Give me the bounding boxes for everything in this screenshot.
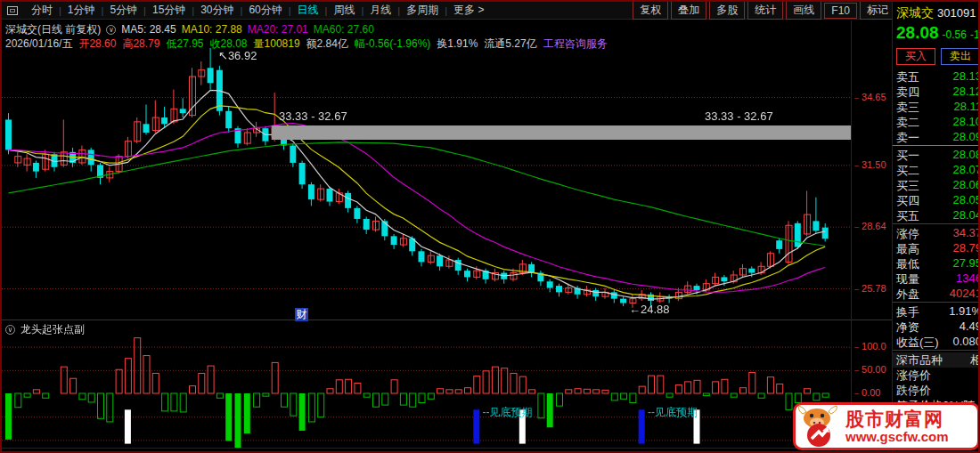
period-menu-item[interactable]: 更多 > [447, 3, 490, 18]
bid-row[interactable]: 买三28.06 [896, 178, 980, 193]
tool-menu-item[interactable]: 叠加 [671, 1, 706, 20]
ask-row[interactable]: 卖三28.11 [896, 100, 980, 115]
period-menu-item[interactable]: 15分钟 [146, 3, 192, 18]
ask-row-value: 28.12 [952, 85, 980, 100]
bottom-signal-label: --见底预期 [483, 405, 533, 420]
trade-buttons: 买入 卖出 [896, 48, 980, 65]
stat-row-value: 40241 [950, 287, 980, 302]
price-change: -0.56 [943, 28, 967, 41]
window-icon[interactable] [7, 6, 18, 15]
period-menu-item[interactable]: 月线 [363, 3, 397, 18]
stat-row[interactable]: 现量1346 [896, 271, 980, 287]
stat-row-label: 涨停价 [896, 368, 931, 383]
price-row: 28.08-0.56-1.96% [896, 23, 980, 43]
tool-menu-item[interactable]: 标记 [860, 1, 895, 20]
stat-row[interactable]: 换手1.91% [896, 304, 980, 320]
period-menu-item[interactable]: 日线 [291, 3, 325, 18]
chart-title: 深城交(日线 前复权) [5, 23, 101, 36]
indicator-chevron-icon[interactable]: ∨ [5, 325, 15, 335]
axis-divider [851, 20, 852, 449]
bid-row[interactable]: 买四28.05 [896, 193, 980, 208]
collapse-chevron-icon[interactable]: ∨ [106, 25, 116, 35]
ask-row-value: 28.11 [953, 100, 980, 115]
ask-row-label: 卖四 [896, 85, 919, 100]
bid-row-value: 28.08 [952, 148, 980, 163]
stat-row[interactable]: 净资4.49 [896, 320, 980, 335]
ask-row-value: 28.13 [952, 69, 980, 85]
tool-menu-item[interactable]: F10 [824, 3, 857, 19]
period-menu-item[interactable]: 周线 [327, 3, 361, 18]
ma-value: MA60: 27.60 [314, 23, 374, 36]
price-axis-label: 28.64 [854, 221, 892, 231]
tool-menu-item[interactable]: 统计 [747, 1, 783, 20]
stat-row-label: 现量 [896, 271, 919, 287]
stat-row-value: 1346 [956, 271, 980, 287]
band-range-annotation-2: 33.33 - 32.67 [705, 109, 773, 123]
sidebar-separator [893, 350, 980, 351]
chart-header-line1: 深城交(日线 前复权)∨MA5: 28.45MA10: 27.88MA20: 2… [5, 22, 385, 35]
bid-row[interactable]: 买二28.07 [896, 163, 980, 178]
logo-text: 股市财富网 www.gscfw.com [845, 409, 949, 444]
price-axis-label: 31.50 [854, 159, 892, 170]
stat-row-value: 相 [970, 352, 980, 368]
bid-row[interactable]: 买一28.08 [896, 148, 980, 163]
indicator-chart-canvas[interactable] [2, 336, 851, 449]
ask-row-label: 卖五 [896, 69, 919, 85]
band-range-annotation: 33.33 - 32.67 [279, 109, 347, 123]
stat-row-value: 34.37 [952, 226, 980, 241]
ask-row-label: 卖一 [896, 130, 919, 145]
bid-row-label: 买二 [896, 163, 919, 178]
stat-row[interactable]: 收益(三)0.080 [896, 335, 980, 350]
ask-row[interactable]: 卖四28.12 [896, 85, 980, 100]
stat-row-label: 最低 [896, 256, 919, 271]
stat-row-value: 0.080 [952, 335, 980, 350]
gscfw-logo[interactable]: 股市财富网 www.gscfw.com [793, 402, 980, 450]
bid-row[interactable]: 买五28.04 [896, 208, 980, 223]
quote-sidebar: 深城交301091R 28.08-0.56-1.96% 买入 卖出 卖五28.1… [893, 2, 980, 453]
bid-row-label: 买三 [896, 178, 919, 193]
stat-row[interactable]: 跌停价 [896, 383, 980, 398]
candlestick-chart-canvas[interactable] [2, 41, 851, 320]
stat-row[interactable]: 外盘40241 [896, 287, 980, 302]
sidebar-separator [893, 223, 980, 224]
period-menu-item[interactable]: 60分钟 [242, 3, 288, 18]
price-change-pct: -1.96% [970, 28, 980, 41]
indicator-axis-label: 50.00 [854, 364, 892, 375]
stock-header: 深城交301091R [896, 4, 980, 21]
sidebar-separator [893, 145, 980, 146]
stat-row-label: 换手 [896, 304, 919, 320]
indicator-title-text: 龙头起张点副 [20, 323, 85, 336]
ask-row[interactable]: 卖二28.10 [896, 115, 980, 130]
period-menu-item[interactable]: 1分钟 [61, 3, 102, 18]
stat-row[interactable]: 最高28.79 [896, 241, 980, 256]
ask-row[interactable]: 卖一28.09 [896, 130, 980, 145]
tool-menu-item[interactable]: 多股 [709, 1, 745, 20]
tool-menu-item[interactable]: 画线 [786, 1, 821, 20]
stat-row[interactable]: 涨停价 [896, 368, 980, 383]
sell-button[interactable]: 卖出 [941, 48, 980, 65]
price-axis-label: 25.78 [854, 283, 892, 294]
stat-row[interactable]: 最低27.95 [896, 256, 980, 271]
period-menu-item[interactable]: 多周期 [400, 3, 445, 18]
price-axis-label: 34.65 [854, 92, 892, 102]
stat-row[interactable]: 深市品种相 [896, 352, 980, 368]
stat-row[interactable]: 涨停34.37 [896, 226, 980, 241]
bid-row-label: 买四 [896, 193, 919, 208]
period-menu-item[interactable]: 30分钟 [194, 3, 240, 18]
ma-values: MA5: 28.45MA10: 27.88MA20: 27.01MA60: 27… [121, 23, 380, 36]
bull-icon [796, 405, 842, 448]
indicator-title: ∨龙头起张点副 [5, 322, 85, 337]
bid-row-value: 28.07 [952, 163, 980, 178]
stat-row-label: 外盘 [896, 287, 919, 302]
buy-button[interactable]: 买入 [896, 48, 935, 65]
ask-row[interactable]: 卖五28.13 [896, 69, 980, 85]
period-menu-item[interactable]: 5分钟 [103, 3, 143, 18]
logo-site-name: 股市财富网 [845, 409, 949, 429]
stat-row-value: 28.79 [952, 241, 980, 256]
peak-price-annotation: ↖36.92 [218, 49, 257, 62]
stat-row-label: 收益(三) [896, 335, 939, 350]
ask-row-label: 卖三 [896, 100, 919, 115]
tool-menu-item[interactable]: 复权 [633, 1, 668, 20]
ask-row-label: 卖二 [896, 115, 919, 130]
period-menu-item[interactable]: 分时 [25, 3, 59, 18]
